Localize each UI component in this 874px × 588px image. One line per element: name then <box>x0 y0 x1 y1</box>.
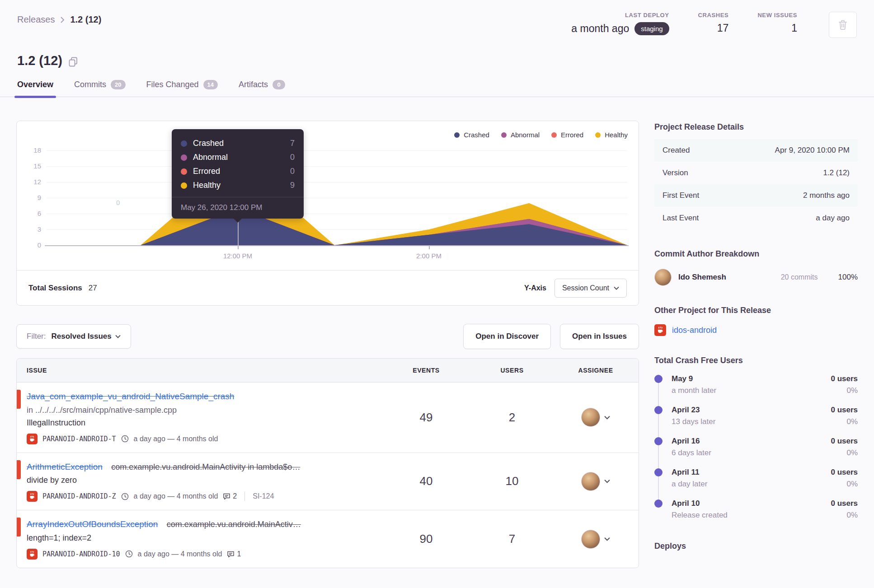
linked-ticket[interactable]: SI-124 <box>253 492 274 500</box>
column-events: EVENTS <box>381 367 471 374</box>
x-tickmark <box>429 246 430 249</box>
tooltip-healthy-value: 9 <box>290 181 295 190</box>
commit-author-row: Ido Shemesh 20 commits 100% <box>654 269 858 286</box>
chart-footer: Total Sessions 27 Y-Axis Session Count <box>17 270 639 305</box>
chart-legend: Crashed Abnormal Errored Healthy <box>454 131 628 139</box>
project-slug[interactable]: PARANOID-ANDROID-Z <box>42 492 116 500</box>
crashed-dot-icon <box>181 140 187 147</box>
events-count: 49 <box>420 411 433 424</box>
tab-files-changed-label: Files Changed <box>146 80 199 89</box>
crash-free-timeline: May 9 0 users a month later 0% April 23 … <box>654 374 858 520</box>
issue-age: a day ago — 4 months old <box>134 492 218 500</box>
column-issue: ISSUE <box>17 367 381 374</box>
release-details-heading: Project Release Details <box>654 122 858 132</box>
detail-row-last-event: Last Event a day ago <box>654 207 858 229</box>
issue-message: IllegalInstruction <box>27 418 381 428</box>
issues-table-header: ISSUE EVENTS USERS ASSIGNEE <box>17 359 639 383</box>
other-project-link[interactable]: idos-android <box>672 326 717 335</box>
timeline-dot-icon <box>654 468 663 476</box>
tooltip-row-errored: Errored 0 <box>181 164 295 178</box>
issue-title-link[interactable]: ArrayIndexOutOfBoundsException <box>27 519 158 529</box>
clock-icon <box>121 435 129 443</box>
issue-title-link[interactable]: ArithmeticException <box>27 462 103 471</box>
issues-table: ISSUE EVENTS USERS ASSIGNEE Java_com_exa… <box>16 358 639 568</box>
unhandled-indicator <box>17 518 21 537</box>
x-tickmark <box>238 246 239 249</box>
tooltip-healthy-label: Healthy <box>193 181 284 190</box>
chevron-down-icon[interactable] <box>604 415 610 420</box>
column-assignee: ASSIGNEE <box>553 367 639 374</box>
timeline-users: 0 users <box>831 406 858 415</box>
deploys-heading: Deploys <box>654 541 858 551</box>
y-tick-label: 9 <box>24 194 41 201</box>
tooltip-timestamp: May 26, 2020 12:00 PM <box>181 197 295 212</box>
breadcrumb-current: 1.2 (12) <box>70 14 101 25</box>
yaxis-select[interactable]: Session Count <box>554 279 627 298</box>
tab-overview[interactable]: Overview <box>17 80 53 97</box>
timeline-users: 0 users <box>831 499 858 508</box>
timeline-entry: May 9 0 users a month later 0% <box>654 374 858 395</box>
issue-row[interactable]: Java_com_example_vu_android_NativeSample… <box>17 383 639 453</box>
chart-area: 18 15 12 9 6 3 0 0 12:00 PM 2:00 PM <box>24 126 631 270</box>
project-slug[interactable]: PARANOID-ANDROID-10 <box>42 550 120 558</box>
issue-age: a day ago — 4 months old <box>138 550 222 558</box>
tooltip-row-crashed: Crashed 7 <box>181 136 295 150</box>
timeline-when: a month later <box>672 386 716 395</box>
legend-healthy-label: Healthy <box>605 131 628 139</box>
tab-artifacts-badge: 0 <box>273 80 285 89</box>
users-count: 2 <box>509 411 515 424</box>
detail-value: Apr 9, 2020 10:00 PM <box>775 146 850 155</box>
assignee-avatar[interactable] <box>581 530 600 549</box>
open-in-issues-button[interactable]: Open in Issues <box>560 324 639 349</box>
crashes-label: CRASHES <box>698 12 729 19</box>
detail-value: 2 months ago <box>803 191 850 200</box>
tab-files-changed[interactable]: Files Changed 14 <box>146 80 218 97</box>
tooltip-abnormal-value: 0 <box>290 153 295 162</box>
issue-row[interactable]: ArithmeticException com.example.vu.andro… <box>17 453 639 510</box>
chevron-down-icon[interactable] <box>604 479 610 483</box>
issues-filter-dropdown[interactable]: Filter: Resolved Issues <box>16 324 131 349</box>
detail-row-created: Created Apr 9, 2020 10:00 PM <box>654 139 858 162</box>
other-project-heading: Other Project for This Release <box>654 306 858 315</box>
healthy-dot-icon <box>181 182 187 189</box>
total-sessions-label: Total Sessions <box>28 284 82 293</box>
meta-divider <box>244 492 245 501</box>
delete-release-button[interactable] <box>829 12 857 38</box>
issue-row[interactable]: ArrayIndexOutOfBoundsException com.examp… <box>17 510 639 568</box>
release-tabs: Overview Commits 20 Files Changed 14 Art… <box>0 80 874 97</box>
tab-artifacts-label: Artifacts <box>239 80 268 89</box>
assignee-avatar[interactable] <box>581 472 600 491</box>
y-tick-label: 15 <box>24 162 41 170</box>
detail-label: Last Event <box>663 214 699 223</box>
detail-row-first-event: First Event 2 months ago <box>654 184 858 207</box>
breadcrumb-releases-link[interactable]: Releases <box>17 14 55 25</box>
assignee-avatar[interactable] <box>581 408 600 427</box>
tooltip-errored-label: Errored <box>193 167 284 176</box>
y-tick-label: 18 <box>24 146 41 154</box>
java-project-icon <box>654 324 666 336</box>
tab-commits[interactable]: Commits 20 <box>74 80 125 97</box>
issue-title-link[interactable]: Java_com_example_vu_android_NativeSample… <box>27 392 234 401</box>
x-axis-line <box>45 245 629 246</box>
timeline-date: May 9 <box>672 374 693 383</box>
timeline-when: 13 days later <box>672 417 715 426</box>
tab-artifacts[interactable]: Artifacts 0 <box>239 80 285 97</box>
unhandled-indicator <box>17 460 21 479</box>
copy-version-button[interactable] <box>69 57 78 67</box>
chevron-down-icon[interactable] <box>604 537 610 541</box>
author-percent: 100% <box>838 273 858 282</box>
issues-filter-bar: Filter: Resolved Issues Open in Discover… <box>16 324 639 349</box>
events-count: 90 <box>420 532 433 546</box>
users-count: 7 <box>509 532 515 546</box>
comments-icon <box>223 493 230 500</box>
open-in-discover-button[interactable]: Open in Discover <box>463 324 551 349</box>
author-name: Ido Shemesh <box>678 273 774 282</box>
project-slug[interactable]: PARANOID-ANDROID-T <box>42 435 116 443</box>
timeline-date: April 16 <box>672 437 700 446</box>
breadcrumb: Releases 1.2 (12) <box>17 14 101 25</box>
crashes-stat: CRASHES 17 <box>698 12 729 34</box>
timeline-dot-icon <box>654 499 663 508</box>
users-count: 10 <box>506 474 519 488</box>
timeline-when: 6 days later <box>672 448 711 457</box>
trash-icon <box>838 19 848 30</box>
